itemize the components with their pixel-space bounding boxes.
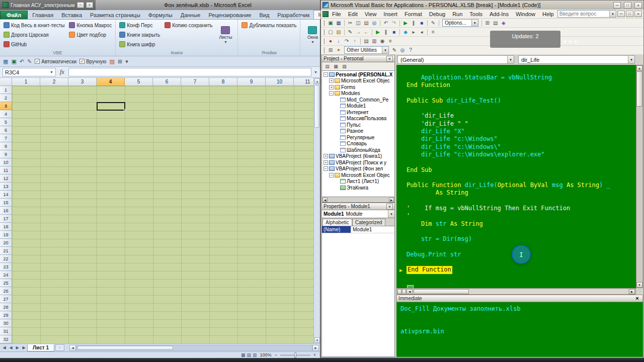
row-header[interactable]: 31 <box>0 327 12 335</box>
run-icon[interactable]: ▶ <box>374 28 382 36</box>
design-mode-icon[interactable]: ✎ <box>429 19 437 27</box>
column-header[interactable]: 8 <box>209 78 237 86</box>
horizontal-scrollbar[interactable]: ◀ ▶ <box>69 345 319 351</box>
ribbon-button[interactable]: Копию сохранить <box>163 21 214 30</box>
select-all-corner[interactable] <box>0 78 12 86</box>
find-icon[interactable]: ◎ <box>370 19 378 27</box>
row-header[interactable]: 8 <box>0 142 12 150</box>
code-horizontal-scrollbar[interactable]: ◀ ▶ <box>396 288 636 295</box>
expand-formula-bar-icon[interactable]: ▼ <box>314 70 317 74</box>
host-excel-icon[interactable]: ▣ <box>327 19 335 27</box>
row-header[interactable]: 29 <box>0 311 12 319</box>
scrollbar-thumb[interactable] <box>636 71 642 107</box>
code-line[interactable]: Dim str As String <box>407 220 610 228</box>
menu-item[interactable]: Run <box>449 11 466 18</box>
scrollbar-track[interactable] <box>413 289 628 294</box>
tree-item[interactable]: −Personal (PERSONAL.X <box>322 71 394 78</box>
background-window-tab[interactable]: Главная АСУ_электронным ─ × <box>0 0 96 10</box>
scroll-left-icon[interactable]: ◀ <box>69 345 76 351</box>
immediate-window-icon[interactable]: ▥ <box>370 37 378 45</box>
immediate-header[interactable]: Immediate × <box>396 295 643 302</box>
scroll-down-icon[interactable]: ▼ <box>314 337 320 343</box>
code-line[interactable] <box>407 158 610 166</box>
next-bookmark-icon[interactable]: ▸ <box>410 28 418 36</box>
menu-item[interactable]: View <box>361 11 380 18</box>
code-line[interactable] <box>407 105 610 112</box>
code-line[interactable] <box>407 228 610 235</box>
properties-window-icon[interactable]: ▤ <box>492 19 500 27</box>
call-stack-icon[interactable]: ≡ <box>386 37 394 45</box>
tree-item[interactable]: Интернет <box>322 109 394 116</box>
column-header[interactable]: 7 <box>181 78 209 86</box>
toggle-breakpoint-icon[interactable]: ● <box>327 37 335 45</box>
tree-item[interactable]: Регулярные <box>322 134 394 141</box>
tree-expander[interactable]: + <box>329 85 334 89</box>
column-header[interactable]: 6 <box>153 78 181 86</box>
tree-item[interactable]: Mod_Common_Pe <box>322 97 394 103</box>
code-line[interactable]: ' If msg = vbNullString Then Exit Functi… <box>407 205 610 212</box>
menu-item[interactable]: Add-Ins <box>486 11 512 18</box>
row-header[interactable]: 18 <box>0 223 12 231</box>
outdent-icon[interactable]: ← <box>362 28 370 36</box>
toolbar-grip[interactable] <box>323 38 325 44</box>
question-search-input[interactable]: Введите вопрос ▼ <box>557 10 616 18</box>
grid-icon[interactable]: ▦ <box>3 59 8 64</box>
tree-expander[interactable]: − <box>329 173 334 177</box>
code-line[interactable] <box>407 258 610 266</box>
fx-icon[interactable]: fx <box>58 68 66 76</box>
zoom-level[interactable]: 100% <box>260 352 271 357</box>
prev-bookmark-icon[interactable]: ◂ <box>418 28 426 36</box>
child-close-icon[interactable]: × <box>634 11 642 17</box>
code-line[interactable]: End Sub <box>407 166 610 174</box>
tree-item[interactable]: +VBAProject (Поиск и у <box>322 159 394 166</box>
tree-item[interactable]: −Microsoft Excel Objec <box>322 172 394 178</box>
ribbon-tab[interactable]: Разметка страницы <box>86 11 144 19</box>
copy-icon[interactable]: ◫ <box>354 19 362 27</box>
ribbon-tab[interactable]: Вставка <box>57 11 86 19</box>
code-line[interactable]: End Function <box>407 81 610 89</box>
break-icon[interactable]: ∥ <box>382 28 390 36</box>
addin-icon[interactable]: ⊞ <box>327 46 335 54</box>
project-tree-hscrollbar[interactable]: ◀ ▶ <box>321 197 395 203</box>
project-explorer-icon[interactable]: ⊞ <box>484 19 492 27</box>
object-dropdown[interactable]: (General) ▼ <box>397 55 514 64</box>
code-line[interactable] <box>407 243 610 251</box>
zoom-out-icon[interactable]: − <box>274 352 277 357</box>
workbook-icon[interactable]: ▣ <box>11 59 16 64</box>
menu-item[interactable]: File <box>329 11 345 18</box>
tree-item[interactable]: −VBAProject (Фон зел <box>322 166 394 172</box>
ribbon-tab[interactable]: Главная <box>28 11 57 19</box>
tree-expander[interactable]: + <box>329 78 334 83</box>
ribbon-button[interactable]: Кнопка Макрос <box>67 21 113 30</box>
split-handle[interactable] <box>397 289 401 294</box>
ribbon-button[interactable]: Книга шифр <box>118 40 162 49</box>
menu-item[interactable]: Tools <box>466 11 486 18</box>
ribbon-tab[interactable]: Вид <box>255 11 273 19</box>
procedure-dropdown[interactable]: dir_Life ▼ <box>518 55 635 64</box>
reset-icon[interactable]: ■ <box>390 28 398 36</box>
code-line[interactable]: End Function <box>407 266 452 274</box>
step-out-icon[interactable]: ↑ <box>351 37 359 45</box>
row-header[interactable]: 21 <box>0 247 12 255</box>
property-value[interactable]: Module1 <box>351 226 394 233</box>
split-handle[interactable] <box>402 289 406 294</box>
scroll-up-icon[interactable]: ▲ <box>314 78 320 84</box>
code-line[interactable]: dir_Life "c:\Windows" <box>407 135 610 143</box>
checkbox[interactable]: ✓Автоматически <box>35 59 76 64</box>
tree-item[interactable]: МассивПользова <box>322 116 394 122</box>
row-header[interactable]: 25 <box>0 279 12 287</box>
zoom-slider[interactable] <box>280 354 310 356</box>
column-header[interactable]: 5 <box>125 78 153 86</box>
sheet-nav-icon[interactable]: ▶ <box>14 345 21 350</box>
sheet-tab[interactable]: Лист 1 <box>27 344 54 351</box>
toggle-folders-icon[interactable]: ▧ <box>341 63 348 70</box>
child-restore-icon[interactable]: □ <box>626 11 633 17</box>
row-header[interactable]: 15 <box>0 199 12 207</box>
zoom-slider-thumb[interactable] <box>294 352 296 358</box>
row-header[interactable]: 17 <box>0 215 12 223</box>
scroll-right-icon[interactable]: ▶ <box>629 289 635 294</box>
row-header[interactable]: 13 <box>0 183 12 191</box>
child-minimize-icon[interactable]: ─ <box>617 11 625 17</box>
row-header[interactable]: 11 <box>0 166 12 174</box>
ribbon-button[interactable]: Цвет подбор <box>67 30 113 39</box>
